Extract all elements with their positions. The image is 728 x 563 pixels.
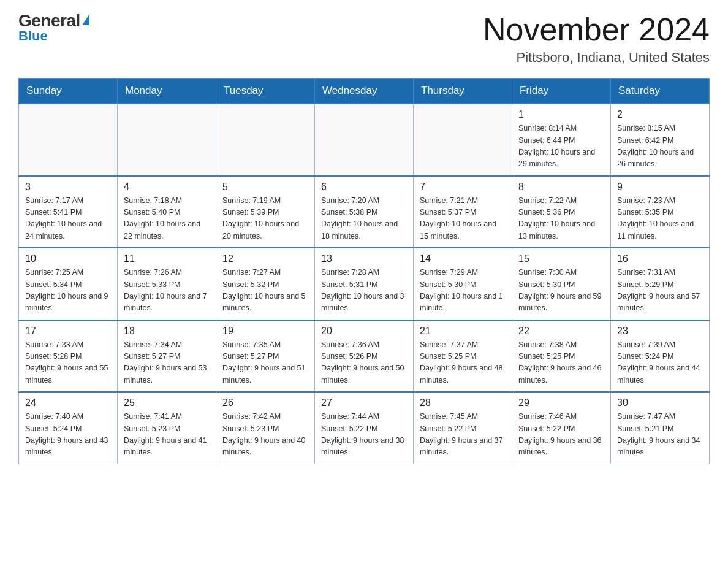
day-info: Sunrise: 7:46 AM Sunset: 5:22 PM Dayligh… xyxy=(518,411,604,459)
calendar-cell: 21Sunrise: 7:37 AM Sunset: 5:25 PM Dayli… xyxy=(414,320,512,393)
calendar-cell: 30Sunrise: 7:47 AM Sunset: 5:21 PM Dayli… xyxy=(611,392,710,464)
day-number: 2 xyxy=(617,109,703,120)
day-info: Sunrise: 7:47 AM Sunset: 5:21 PM Dayligh… xyxy=(617,411,703,459)
calendar-header-tuesday: Tuesday xyxy=(216,79,315,104)
calendar-header-saturday: Saturday xyxy=(611,79,710,104)
calendar-cell xyxy=(216,104,315,176)
day-info: Sunrise: 7:29 AM Sunset: 5:30 PM Dayligh… xyxy=(420,267,506,315)
page-header: General Blue November 2024 Pittsboro, In… xyxy=(18,12,710,66)
calendar-cell: 26Sunrise: 7:42 AM Sunset: 5:23 PM Dayli… xyxy=(216,392,315,464)
day-info: Sunrise: 7:33 AM Sunset: 5:28 PM Dayligh… xyxy=(25,339,111,387)
day-number: 11 xyxy=(124,253,210,264)
day-number: 30 xyxy=(617,397,703,408)
calendar-cell: 22Sunrise: 7:38 AM Sunset: 5:25 PM Dayli… xyxy=(512,320,611,393)
day-info: Sunrise: 7:28 AM Sunset: 5:31 PM Dayligh… xyxy=(321,267,407,315)
calendar-cell: 13Sunrise: 7:28 AM Sunset: 5:31 PM Dayli… xyxy=(315,248,414,320)
day-number: 8 xyxy=(518,182,604,193)
calendar-cell: 15Sunrise: 7:30 AM Sunset: 5:30 PM Dayli… xyxy=(512,248,611,320)
calendar-cell: 5Sunrise: 7:19 AM Sunset: 5:39 PM Daylig… xyxy=(216,176,315,248)
day-info: Sunrise: 7:20 AM Sunset: 5:38 PM Dayligh… xyxy=(321,195,407,243)
logo: General Blue xyxy=(18,12,89,43)
day-info: Sunrise: 7:25 AM Sunset: 5:34 PM Dayligh… xyxy=(25,267,111,315)
calendar-cell: 6Sunrise: 7:20 AM Sunset: 5:38 PM Daylig… xyxy=(315,176,414,248)
day-number: 26 xyxy=(222,397,308,408)
day-number: 3 xyxy=(25,182,111,193)
calendar-cell xyxy=(315,104,414,176)
day-info: Sunrise: 7:31 AM Sunset: 5:29 PM Dayligh… xyxy=(617,267,703,315)
calendar-header-monday: Monday xyxy=(118,79,216,104)
day-info: Sunrise: 7:26 AM Sunset: 5:33 PM Dayligh… xyxy=(124,267,210,315)
calendar-cell: 8Sunrise: 7:22 AM Sunset: 5:36 PM Daylig… xyxy=(512,176,611,248)
calendar-cell xyxy=(414,104,512,176)
calendar-cell xyxy=(118,104,216,176)
day-number: 20 xyxy=(321,326,407,337)
day-info: Sunrise: 7:17 AM Sunset: 5:41 PM Dayligh… xyxy=(25,195,111,243)
calendar-cell: 24Sunrise: 7:40 AM Sunset: 5:24 PM Dayli… xyxy=(19,392,118,464)
day-number: 12 xyxy=(222,253,308,264)
calendar-cell: 12Sunrise: 7:27 AM Sunset: 5:32 PM Dayli… xyxy=(216,248,315,320)
day-number: 22 xyxy=(518,326,604,337)
calendar-cell: 29Sunrise: 7:46 AM Sunset: 5:22 PM Dayli… xyxy=(512,392,611,464)
calendar-cell: 18Sunrise: 7:34 AM Sunset: 5:27 PM Dayli… xyxy=(118,320,216,393)
calendar-week-row: 10Sunrise: 7:25 AM Sunset: 5:34 PM Dayli… xyxy=(19,248,710,320)
day-number: 5 xyxy=(222,182,308,193)
logo-general-text: General xyxy=(18,12,89,29)
calendar-cell: 17Sunrise: 7:33 AM Sunset: 5:28 PM Dayli… xyxy=(19,320,118,393)
calendar-cell: 14Sunrise: 7:29 AM Sunset: 5:30 PM Dayli… xyxy=(414,248,512,320)
day-number: 6 xyxy=(321,182,407,193)
day-number: 16 xyxy=(617,253,703,264)
day-info: Sunrise: 7:22 AM Sunset: 5:36 PM Dayligh… xyxy=(518,195,604,243)
day-info: Sunrise: 7:41 AM Sunset: 5:23 PM Dayligh… xyxy=(124,411,210,459)
calendar-header-sunday: Sunday xyxy=(19,79,118,104)
day-number: 9 xyxy=(617,182,703,193)
calendar-header-friday: Friday xyxy=(512,79,611,104)
calendar-header-row: SundayMondayTuesdayWednesdayThursdayFrid… xyxy=(19,79,710,104)
calendar-cell: 23Sunrise: 7:39 AM Sunset: 5:24 PM Dayli… xyxy=(611,320,710,393)
calendar-cell: 9Sunrise: 7:23 AM Sunset: 5:35 PM Daylig… xyxy=(611,176,710,248)
day-number: 7 xyxy=(420,182,506,193)
day-number: 25 xyxy=(124,397,210,408)
day-number: 19 xyxy=(222,326,308,337)
calendar-cell: 7Sunrise: 7:21 AM Sunset: 5:37 PM Daylig… xyxy=(414,176,512,248)
day-info: Sunrise: 7:35 AM Sunset: 5:27 PM Dayligh… xyxy=(222,339,308,387)
calendar-week-row: 17Sunrise: 7:33 AM Sunset: 5:28 PM Dayli… xyxy=(19,320,710,393)
calendar-cell: 10Sunrise: 7:25 AM Sunset: 5:34 PM Dayli… xyxy=(19,248,118,320)
day-number: 21 xyxy=(420,326,506,337)
day-number: 23 xyxy=(617,326,703,337)
day-number: 14 xyxy=(420,253,506,264)
day-number: 24 xyxy=(25,397,111,408)
calendar-cell xyxy=(19,104,118,176)
calendar-cell: 20Sunrise: 7:36 AM Sunset: 5:26 PM Dayli… xyxy=(315,320,414,393)
calendar-header-wednesday: Wednesday xyxy=(315,79,414,104)
day-number: 29 xyxy=(518,397,604,408)
day-number: 15 xyxy=(518,253,604,264)
calendar-header-thursday: Thursday xyxy=(414,79,512,104)
day-info: Sunrise: 8:15 AM Sunset: 6:42 PM Dayligh… xyxy=(617,123,703,170)
calendar-cell: 11Sunrise: 7:26 AM Sunset: 5:33 PM Dayli… xyxy=(118,248,216,320)
calendar-week-row: 1Sunrise: 8:14 AM Sunset: 6:44 PM Daylig… xyxy=(19,104,710,176)
day-info: Sunrise: 7:37 AM Sunset: 5:25 PM Dayligh… xyxy=(420,339,506,387)
day-number: 17 xyxy=(25,326,111,337)
calendar-cell: 27Sunrise: 7:44 AM Sunset: 5:22 PM Dayli… xyxy=(315,392,414,464)
calendar-cell: 16Sunrise: 7:31 AM Sunset: 5:29 PM Dayli… xyxy=(611,248,710,320)
calendar-cell: 25Sunrise: 7:41 AM Sunset: 5:23 PM Dayli… xyxy=(118,392,216,464)
month-title: November 2024 xyxy=(483,12,710,47)
location-title: Pittsboro, Indiana, United States xyxy=(483,50,710,66)
day-number: 18 xyxy=(124,326,210,337)
day-number: 28 xyxy=(420,397,506,408)
day-info: Sunrise: 7:27 AM Sunset: 5:32 PM Dayligh… xyxy=(222,267,308,315)
day-number: 27 xyxy=(321,397,407,408)
logo-blue-text: Blue xyxy=(18,29,48,43)
calendar-table: SundayMondayTuesdayWednesdayThursdayFrid… xyxy=(18,78,710,464)
calendar-cell: 2Sunrise: 8:15 AM Sunset: 6:42 PM Daylig… xyxy=(611,104,710,176)
calendar-week-row: 3Sunrise: 7:17 AM Sunset: 5:41 PM Daylig… xyxy=(19,176,710,248)
calendar-cell: 19Sunrise: 7:35 AM Sunset: 5:27 PM Dayli… xyxy=(216,320,315,393)
calendar-week-row: 24Sunrise: 7:40 AM Sunset: 5:24 PM Dayli… xyxy=(19,392,710,464)
day-number: 4 xyxy=(124,182,210,193)
day-info: Sunrise: 8:14 AM Sunset: 6:44 PM Dayligh… xyxy=(518,123,604,170)
day-number: 13 xyxy=(321,253,407,264)
day-info: Sunrise: 7:30 AM Sunset: 5:30 PM Dayligh… xyxy=(518,267,604,315)
day-info: Sunrise: 7:40 AM Sunset: 5:24 PM Dayligh… xyxy=(25,411,111,459)
day-info: Sunrise: 7:23 AM Sunset: 5:35 PM Dayligh… xyxy=(617,195,703,243)
day-number: 10 xyxy=(25,253,111,264)
